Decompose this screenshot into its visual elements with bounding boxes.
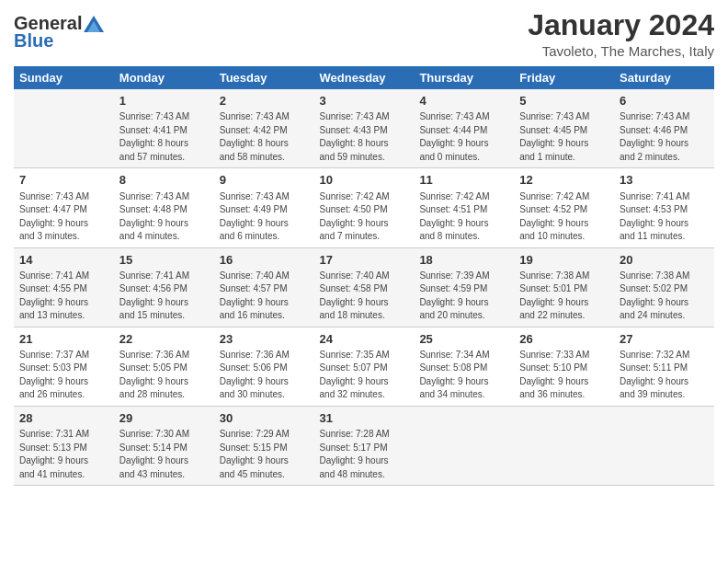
day-number: 3 — [320, 93, 409, 109]
calendar-cell: 25Sunrise: 7:34 AMSunset: 5:08 PMDayligh… — [414, 327, 514, 406]
day-number: 14 — [19, 252, 108, 269]
calendar-cell: 28Sunrise: 7:31 AMSunset: 5:13 PMDayligh… — [14, 406, 114, 485]
day-number: 22 — [119, 331, 209, 348]
day-number: 19 — [519, 252, 609, 269]
calendar-cell: 6Sunrise: 7:43 AMSunset: 4:46 PMDaylight… — [614, 89, 714, 168]
day-number: 31 — [320, 410, 409, 427]
day-number: 29 — [119, 410, 209, 427]
calendar-cell: 1Sunrise: 7:43 AMSunset: 4:41 PMDaylight… — [114, 89, 214, 168]
day-number: 8 — [119, 172, 209, 189]
day-info: Sunrise: 7:43 AMSunset: 4:49 PMDaylight:… — [220, 190, 309, 244]
day-info: Sunrise: 7:41 AMSunset: 4:56 PMDaylight:… — [119, 270, 209, 323]
day-number: 25 — [419, 331, 508, 348]
day-number: 27 — [620, 331, 709, 348]
day-number: 13 — [620, 172, 709, 189]
day-info: Sunrise: 7:42 AMSunset: 4:50 PMDaylight:… — [320, 190, 409, 244]
calendar-cell: 29Sunrise: 7:30 AMSunset: 5:14 PMDayligh… — [114, 406, 214, 485]
day-info: Sunrise: 7:34 AMSunset: 5:08 PMDaylight:… — [419, 349, 508, 402]
calendar-cell: 19Sunrise: 7:38 AMSunset: 5:01 PMDayligh… — [514, 247, 614, 327]
day-info: Sunrise: 7:43 AMSunset: 4:42 PMDaylight:… — [220, 110, 309, 164]
calendar-cell: 3Sunrise: 7:43 AMSunset: 4:43 PMDaylight… — [314, 89, 415, 168]
day-info: Sunrise: 7:29 AMSunset: 5:15 PMDaylight:… — [220, 428, 309, 481]
day-number: 1 — [119, 93, 209, 109]
header-row: General Blue January 2024 Tavoleto, The … — [14, 9, 714, 59]
day-number: 23 — [220, 331, 309, 348]
day-info: Sunrise: 7:38 AMSunset: 5:02 PMDaylight:… — [620, 270, 709, 323]
day-info: Sunrise: 7:39 AMSunset: 4:59 PMDaylight:… — [419, 270, 508, 323]
day-info: Sunrise: 7:41 AMSunset: 4:55 PMDaylight:… — [19, 270, 108, 323]
calendar-week-1: 1Sunrise: 7:43 AMSunset: 4:41 PMDaylight… — [14, 89, 714, 168]
day-info: Sunrise: 7:36 AMSunset: 5:05 PMDaylight:… — [119, 349, 209, 402]
day-info: Sunrise: 7:36 AMSunset: 5:06 PMDaylight:… — [220, 349, 309, 402]
day-info: Sunrise: 7:28 AMSunset: 5:17 PMDaylight:… — [320, 428, 409, 481]
day-number: 9 — [220, 172, 309, 189]
location-subtitle: Tavoleto, The Marches, Italy — [528, 43, 714, 59]
col-saturday: Saturday — [614, 66, 714, 89]
calendar-cell: 26Sunrise: 7:33 AMSunset: 5:10 PMDayligh… — [514, 327, 614, 406]
day-number: 11 — [419, 172, 508, 189]
day-info: Sunrise: 7:32 AMSunset: 5:11 PMDaylight:… — [620, 349, 709, 402]
calendar-table: Sunday Monday Tuesday Wednesday Thursday… — [14, 66, 714, 486]
calendar-week-4: 21Sunrise: 7:37 AMSunset: 5:03 PMDayligh… — [14, 327, 714, 406]
calendar-cell: 22Sunrise: 7:36 AMSunset: 5:05 PMDayligh… — [114, 327, 214, 406]
logo: General Blue — [14, 13, 104, 52]
calendar-cell: 20Sunrise: 7:38 AMSunset: 5:02 PMDayligh… — [614, 247, 714, 327]
day-info: Sunrise: 7:33 AMSunset: 5:10 PMDaylight:… — [519, 349, 609, 402]
calendar-cell — [414, 406, 514, 485]
day-info: Sunrise: 7:40 AMSunset: 4:58 PMDaylight:… — [320, 270, 409, 323]
day-number: 17 — [320, 252, 409, 269]
calendar-cell: 5Sunrise: 7:43 AMSunset: 4:45 PMDaylight… — [514, 89, 614, 168]
day-info: Sunrise: 7:43 AMSunset: 4:41 PMDaylight:… — [119, 110, 209, 164]
day-info: Sunrise: 7:43 AMSunset: 4:45 PMDaylight:… — [519, 110, 609, 164]
calendar-cell: 12Sunrise: 7:42 AMSunset: 4:52 PMDayligh… — [514, 168, 614, 247]
calendar-cell: 21Sunrise: 7:37 AMSunset: 5:03 PMDayligh… — [14, 327, 114, 406]
day-info: Sunrise: 7:43 AMSunset: 4:46 PMDaylight:… — [620, 110, 709, 164]
calendar-cell: 18Sunrise: 7:39 AMSunset: 4:59 PMDayligh… — [414, 247, 514, 327]
calendar-cell: 11Sunrise: 7:42 AMSunset: 4:51 PMDayligh… — [414, 168, 514, 247]
day-number: 2 — [220, 93, 309, 109]
calendar-week-2: 7Sunrise: 7:43 AMSunset: 4:47 PMDaylight… — [14, 168, 714, 247]
calendar-cell: 2Sunrise: 7:43 AMSunset: 4:42 PMDaylight… — [214, 89, 314, 168]
calendar-cell: 17Sunrise: 7:40 AMSunset: 4:58 PMDayligh… — [314, 247, 415, 327]
calendar-week-5: 28Sunrise: 7:31 AMSunset: 5:13 PMDayligh… — [14, 406, 714, 485]
logo-blue: Blue — [14, 30, 53, 52]
calendar-cell: 30Sunrise: 7:29 AMSunset: 5:15 PMDayligh… — [214, 406, 314, 485]
col-wednesday: Wednesday — [314, 66, 415, 89]
day-info: Sunrise: 7:42 AMSunset: 4:51 PMDaylight:… — [419, 190, 508, 244]
calendar-cell: 16Sunrise: 7:40 AMSunset: 4:57 PMDayligh… — [214, 247, 314, 327]
calendar-cell: 15Sunrise: 7:41 AMSunset: 4:56 PMDayligh… — [114, 247, 214, 327]
day-info: Sunrise: 7:31 AMSunset: 5:13 PMDaylight:… — [19, 428, 108, 481]
col-thursday: Thursday — [414, 66, 514, 89]
day-number: 21 — [19, 331, 108, 348]
calendar-cell: 4Sunrise: 7:43 AMSunset: 4:44 PMDaylight… — [414, 89, 514, 168]
logo-icon — [84, 16, 104, 32]
col-friday: Friday — [514, 66, 614, 89]
day-info: Sunrise: 7:40 AMSunset: 4:57 PMDaylight:… — [220, 270, 309, 323]
calendar-cell — [514, 406, 614, 485]
day-info: Sunrise: 7:42 AMSunset: 4:52 PMDaylight:… — [519, 190, 609, 244]
day-number: 20 — [620, 252, 709, 269]
day-number: 4 — [419, 93, 508, 109]
day-number: 26 — [519, 331, 609, 348]
day-number: 12 — [519, 172, 609, 189]
calendar-cell — [14, 89, 114, 168]
day-number: 10 — [320, 172, 409, 189]
col-sunday: Sunday — [14, 66, 114, 89]
day-number: 15 — [119, 252, 209, 269]
day-number: 28 — [19, 410, 108, 427]
calendar-cell: 31Sunrise: 7:28 AMSunset: 5:17 PMDayligh… — [314, 406, 415, 485]
day-number: 6 — [620, 93, 709, 109]
day-number: 18 — [419, 252, 508, 269]
page-container: General Blue January 2024 Tavoleto, The … — [0, 0, 728, 495]
day-info: Sunrise: 7:37 AMSunset: 5:03 PMDaylight:… — [19, 349, 108, 402]
calendar-cell: 10Sunrise: 7:42 AMSunset: 4:50 PMDayligh… — [314, 168, 415, 247]
day-info: Sunrise: 7:43 AMSunset: 4:43 PMDaylight:… — [320, 110, 409, 164]
day-info: Sunrise: 7:35 AMSunset: 5:07 PMDaylight:… — [320, 349, 409, 402]
day-number: 7 — [19, 172, 108, 189]
day-info: Sunrise: 7:43 AMSunset: 4:47 PMDaylight:… — [19, 190, 108, 244]
calendar-cell: 23Sunrise: 7:36 AMSunset: 5:06 PMDayligh… — [214, 327, 314, 406]
calendar-cell: 8Sunrise: 7:43 AMSunset: 4:48 PMDaylight… — [114, 168, 214, 247]
calendar-cell: 7Sunrise: 7:43 AMSunset: 4:47 PMDaylight… — [14, 168, 114, 247]
calendar-cell: 9Sunrise: 7:43 AMSunset: 4:49 PMDaylight… — [214, 168, 314, 247]
month-title: January 2024 — [528, 9, 714, 41]
